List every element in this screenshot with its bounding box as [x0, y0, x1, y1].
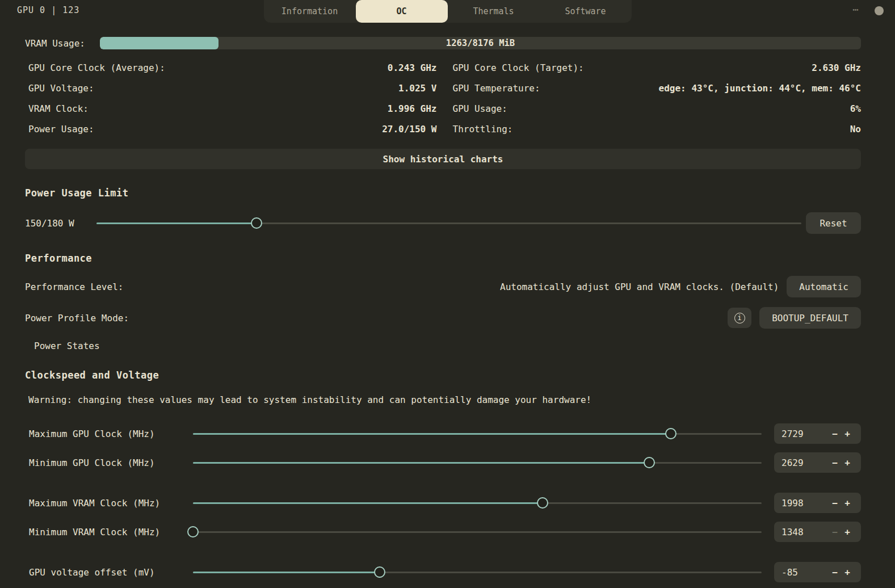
max-vram-clock-slider[interactable]: [193, 497, 762, 509]
slider-fill: [193, 462, 649, 464]
tab-software[interactable]: Software: [540, 0, 632, 23]
slider-track: [193, 462, 762, 464]
clock-sliders: Maximum GPU Clock (MHz) 2729 − + Minimum…: [25, 423, 861, 582]
gpu-voltage-offset-slider[interactable]: [193, 566, 762, 578]
min-vram-clock-spinbox: 1348 − +: [774, 522, 861, 542]
max-gpu-clock-label: Maximum GPU Clock (MHz): [25, 429, 193, 439]
stat-label: VRAM Clock:: [25, 103, 89, 114]
decrement-button[interactable]: −: [829, 527, 841, 537]
max-gpu-clock-slider[interactable]: [193, 428, 762, 439]
power-limit-value: 150/180 W: [25, 218, 96, 229]
slider-handle[interactable]: [537, 497, 548, 509]
stat-label: Throttling:: [449, 124, 513, 135]
increment-button[interactable]: +: [841, 567, 854, 578]
power-profile-dropdown[interactable]: BOOTUP_DEFAULT: [759, 307, 861, 329]
performance-level-label: Performance Level:: [25, 282, 123, 292]
stat-throttling: Throttling: No: [449, 119, 862, 139]
gpu-voltage-offset-label: GPU voltage offset (mV): [25, 567, 193, 578]
slider-fill: [193, 502, 543, 504]
stat-vram-clock: VRAM Clock: 1.996 GHz: [25, 98, 437, 119]
performance-heading: Performance: [25, 253, 861, 264]
show-historical-charts-button[interactable]: Show historical charts: [25, 149, 861, 169]
stat-gpu-temperature: GPU Temperature: edge: 43°C, junction: 4…: [449, 78, 862, 98]
spinbox-value: 1998: [781, 498, 804, 509]
tab-oc[interactable]: OC: [356, 0, 448, 23]
power-profile-info-button[interactable]: i: [728, 308, 751, 328]
performance-level-description: Automatically adjust GPU and VRAM clocks…: [500, 282, 779, 292]
max-gpu-clock-row: Maximum GPU Clock (MHz) 2729 − +: [25, 423, 861, 444]
increment-button[interactable]: +: [841, 498, 854, 509]
gpu-selector[interactable]: GPU 0 | 123: [17, 5, 79, 15]
vram-usage-value: 1263/8176 MiB: [100, 37, 861, 49]
gpu-voltage-offset-spinbox: -85 − +: [774, 562, 861, 582]
slider-handle[interactable]: [251, 217, 262, 229]
min-gpu-clock-spinbox: 2629 − +: [774, 452, 861, 473]
stat-core-clock-target: GPU Core Clock (Target): 2.630 GHz: [449, 57, 862, 78]
spinbox-value: 1348: [781, 527, 804, 537]
performance-level-dropdown[interactable]: Automatic: [787, 276, 861, 297]
slider-handle[interactable]: [665, 428, 676, 439]
power-usage-limit-heading: Power Usage Limit: [25, 187, 861, 199]
tab-bar: Information OC Thermals Software: [264, 0, 632, 23]
stat-value: 1.025 V: [398, 83, 436, 94]
gpu-voltage-offset-row: GPU voltage offset (mV) -85 − +: [25, 562, 861, 582]
gpu-control-app: GPU 0 | 123 Information OC Thermals Soft…: [0, 0, 895, 588]
stat-value: 27.0/150 W: [382, 124, 436, 135]
hardware-warning-text: Warning: changing these values may lead …: [25, 394, 861, 405]
power-profile-row: Power Profile Mode: i BOOTUP_DEFAULT: [25, 306, 861, 329]
stat-gpu-voltage: GPU Voltage: 1.025 V: [25, 78, 437, 98]
stat-power-usage: Power Usage: 27.0/150 W: [25, 119, 437, 139]
clockspeed-heading: Clockspeed and Voltage: [25, 369, 861, 381]
min-vram-clock-label: Minimum VRAM Clock (MHz): [25, 527, 193, 537]
slider-fill: [193, 433, 671, 435]
power-states-expander[interactable]: Power States: [25, 341, 861, 351]
slider-track: [96, 222, 801, 224]
stat-value: 2.630 GHz: [812, 62, 861, 73]
slider-track: [193, 531, 762, 533]
window-control-icon[interactable]: [875, 6, 884, 15]
min-vram-clock-row: Minimum VRAM Clock (MHz) 1348 − +: [25, 522, 861, 542]
min-vram-clock-slider[interactable]: [193, 526, 762, 537]
slider-track: [193, 433, 762, 435]
slider-track: [193, 572, 762, 573]
decrement-button[interactable]: −: [829, 498, 841, 509]
min-gpu-clock-row: Minimum GPU Clock (MHz) 2629 − +: [25, 452, 861, 473]
performance-level-row: Performance Level: Automatically adjust …: [25, 275, 861, 298]
stat-label: Power Usage:: [25, 124, 94, 135]
power-limit-slider[interactable]: [96, 217, 801, 229]
stat-label: GPU Core Clock (Target):: [449, 62, 584, 73]
vram-usage-label: VRAM Usage:: [25, 38, 100, 49]
slider-handle[interactable]: [374, 566, 385, 578]
info-icon: i: [734, 313, 745, 324]
increment-button[interactable]: +: [841, 527, 854, 537]
spinbox-value: 2729: [781, 429, 804, 439]
stat-label: GPU Usage:: [449, 103, 507, 114]
increment-button[interactable]: +: [841, 457, 854, 468]
increment-button[interactable]: +: [841, 429, 854, 439]
stat-label: GPU Voltage:: [25, 83, 94, 94]
power-limit-reset-button[interactable]: Reset: [806, 212, 861, 234]
slider-track: [193, 502, 762, 504]
stat-gpu-usage: GPU Usage: 6%: [449, 98, 862, 119]
spinbox-value: -85: [781, 567, 798, 578]
stat-label: GPU Core Clock (Average):: [25, 62, 165, 73]
min-gpu-clock-slider[interactable]: [193, 457, 762, 468]
stat-core-clock-avg: GPU Core Clock (Average): 0.243 GHz: [25, 57, 437, 78]
decrement-button[interactable]: −: [829, 567, 841, 578]
slider-handle[interactable]: [187, 526, 199, 537]
vram-usage-progressbar: 1263/8176 MiB: [100, 37, 861, 49]
max-vram-clock-spinbox: 1998 − +: [774, 493, 861, 513]
stats-grid: GPU Core Clock (Average): 0.243 GHz GPU …: [25, 57, 861, 139]
slider-fill: [193, 572, 380, 573]
tab-information[interactable]: Information: [264, 0, 356, 23]
stat-value: 0.243 GHz: [388, 62, 437, 73]
decrement-button[interactable]: −: [829, 457, 841, 468]
tab-thermals[interactable]: Thermals: [448, 0, 540, 23]
max-gpu-clock-spinbox: 2729 − +: [774, 423, 861, 444]
menu-ellipsis-icon[interactable]: ⋯: [852, 3, 860, 15]
decrement-button[interactable]: −: [829, 429, 841, 439]
stat-value: 6%: [850, 103, 861, 114]
power-limit-row: 150/180 W Reset: [25, 212, 861, 234]
slider-handle[interactable]: [644, 457, 655, 468]
power-profile-label: Power Profile Mode:: [25, 313, 129, 324]
